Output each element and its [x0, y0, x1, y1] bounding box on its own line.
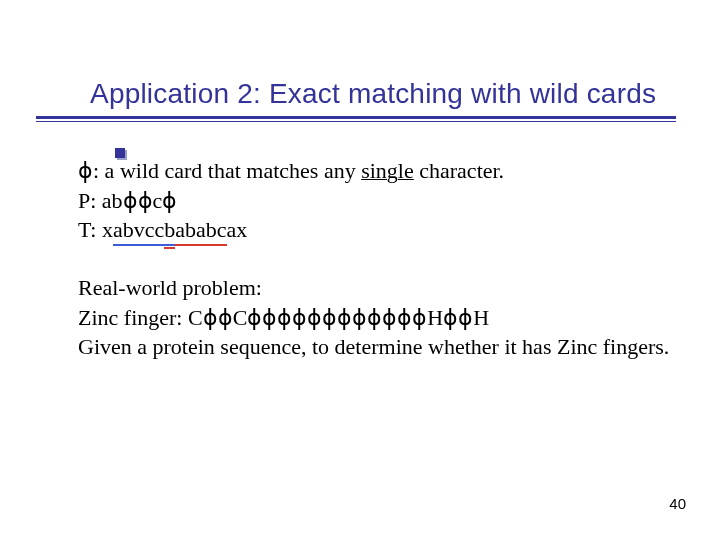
- title-block: Application 2: Exact matching with wild …: [90, 78, 680, 110]
- rule-thin: [36, 121, 676, 122]
- p2-line2: Zinc finger: CϕϕCϕϕϕϕϕϕϕϕϕϕϕϕHϕϕH: [78, 303, 670, 333]
- match-segment-red: ababc: [175, 215, 226, 245]
- paragraph-1: ϕ: a wild card that matches any single c…: [78, 156, 670, 245]
- title-underline: [36, 116, 676, 121]
- page-number: 40: [669, 495, 686, 512]
- p1-line1-suffix: character.: [414, 158, 504, 183]
- seg-blue-text: abvcc: [113, 217, 164, 242]
- seg-overlap-text: b: [164, 217, 175, 242]
- p1-line3-prefix: T: x: [78, 217, 113, 242]
- slide: Application 2: Exact matching with wild …: [0, 0, 720, 540]
- phi-symbol: ϕ: [78, 158, 93, 183]
- p1-line1-mid: : a wild card that matches any: [93, 158, 361, 183]
- underline-blue2-icon: [164, 244, 175, 246]
- seg-red-text: ababc: [175, 217, 226, 242]
- match-overlap: b: [164, 215, 175, 245]
- p1-line3-suffix: ax: [227, 217, 248, 242]
- paragraph-2: Real-world problem: Zinc finger: CϕϕCϕϕϕ…: [78, 273, 670, 362]
- match-segment-blue: abvcc: [113, 215, 164, 245]
- p2-line3: Given a protein sequence, to determine w…: [78, 332, 670, 362]
- underline-red-icon: [175, 244, 226, 246]
- underline-red-overlap-icon: [164, 247, 175, 249]
- p1-line2: P: abϕϕcϕ: [78, 186, 670, 216]
- p1-line1: ϕ: a wild card that matches any single c…: [78, 156, 670, 186]
- p2-line1: Real-world problem:: [78, 273, 670, 303]
- rule-thick: [36, 116, 676, 119]
- p1-line3: T: xabvccbababcax: [78, 215, 670, 245]
- underline-blue-icon: [113, 244, 164, 246]
- body-text: ϕ: a wild card that matches any single c…: [78, 156, 670, 362]
- slide-title: Application 2: Exact matching with wild …: [90, 78, 656, 109]
- word-single: single: [361, 158, 414, 183]
